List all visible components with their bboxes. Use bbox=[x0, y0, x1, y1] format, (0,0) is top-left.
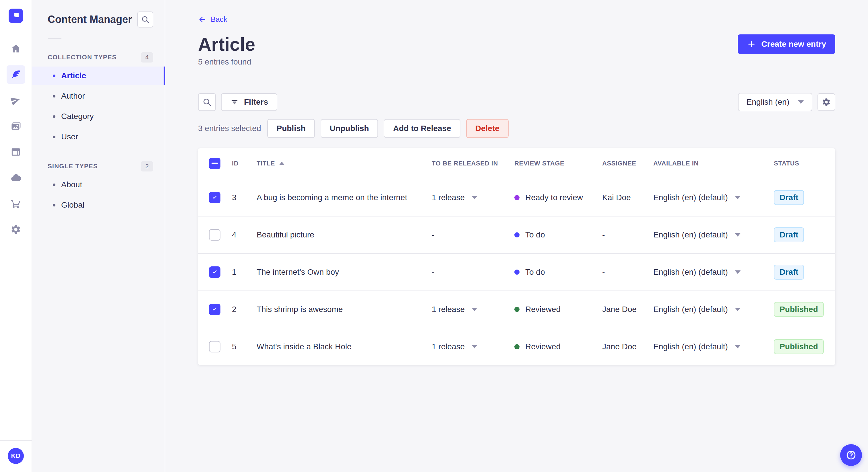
locale-chevron-icon[interactable] bbox=[735, 270, 741, 274]
entries-count: 5 entries found bbox=[198, 57, 255, 67]
locale-chevron-icon[interactable] bbox=[735, 196, 741, 199]
arrow-left-icon bbox=[198, 15, 207, 24]
locale-chevron-icon[interactable] bbox=[735, 345, 741, 348]
cell-assignee: Jane Doe bbox=[602, 305, 653, 314]
page-title: Article bbox=[198, 34, 255, 55]
review-stage-value: To do bbox=[525, 230, 545, 239]
cell-title: The internet's Own boy bbox=[257, 268, 432, 277]
release-value: - bbox=[432, 230, 434, 239]
cell-id: 3 bbox=[232, 193, 257, 202]
delete-button[interactable]: Delete bbox=[466, 119, 508, 138]
table-row[interactable]: 5 What's inside a Black Hole 1 release R… bbox=[198, 328, 835, 365]
cell-title: A bug is becoming a meme on the internet bbox=[257, 193, 432, 202]
gear-icon[interactable] bbox=[7, 220, 25, 239]
subnav-item[interactable]: Category bbox=[32, 107, 165, 126]
search-icon[interactable] bbox=[198, 93, 216, 111]
cell-release: 1 release bbox=[432, 193, 515, 202]
cell-release: 1 release bbox=[432, 342, 515, 351]
table-row[interactable]: 2 This shrimp is awesome 1 release Revie… bbox=[198, 291, 835, 328]
locale-select[interactable]: English (en) bbox=[738, 93, 812, 111]
subnav-title: Content Manager bbox=[48, 13, 132, 26]
subnav-item[interactable]: Article bbox=[32, 67, 165, 85]
cart-icon[interactable] bbox=[7, 194, 25, 213]
unpublish-button[interactable]: Unpublish bbox=[321, 119, 378, 138]
cell-available-in: English (en) (default) bbox=[653, 342, 774, 351]
row-checkbox[interactable] bbox=[209, 229, 220, 241]
entries-table: ID TITLE TO BE RELEASED IN REVIEW STAGE … bbox=[198, 148, 835, 365]
question-circle-icon bbox=[845, 449, 857, 461]
rail-divider bbox=[0, 440, 32, 441]
subnav-item[interactable]: Author bbox=[32, 87, 165, 105]
column-header-review-stage[interactable]: REVIEW STAGE bbox=[515, 160, 602, 167]
subnav-item[interactable]: Global bbox=[32, 196, 165, 214]
help-button[interactable] bbox=[840, 444, 862, 466]
bullet-icon bbox=[53, 183, 55, 186]
back-link[interactable]: Back bbox=[198, 15, 227, 24]
row-checkbox[interactable] bbox=[209, 266, 220, 278]
bullet-icon bbox=[53, 115, 55, 118]
table-row[interactable]: 1 The internet's Own boy - To do - Engli… bbox=[198, 253, 835, 291]
select-all-checkbox[interactable] bbox=[209, 158, 220, 169]
review-stage-value: Ready to review bbox=[525, 193, 583, 202]
cell-release: - bbox=[432, 230, 515, 239]
release-value: 1 release bbox=[432, 193, 465, 202]
check-icon bbox=[211, 306, 218, 313]
status-badge: Published bbox=[774, 302, 824, 317]
view-settings-gear-icon[interactable] bbox=[817, 93, 835, 111]
paper-plane-icon[interactable] bbox=[7, 91, 25, 109]
collection-types-count-badge: 4 bbox=[141, 52, 153, 63]
filters-button[interactable]: Filters bbox=[221, 93, 277, 111]
locale-chevron-icon[interactable] bbox=[735, 233, 741, 237]
images-icon[interactable] bbox=[7, 117, 25, 135]
cell-id: 2 bbox=[232, 305, 257, 314]
stage-dot-icon bbox=[515, 195, 520, 200]
bullet-icon bbox=[53, 95, 55, 98]
cell-title: What's inside a Black Hole bbox=[257, 342, 432, 351]
cell-available-in: English (en) (default) bbox=[653, 230, 774, 239]
sort-ascending-icon bbox=[279, 162, 285, 165]
release-chevron-icon[interactable] bbox=[472, 308, 477, 311]
subnav-item[interactable]: About bbox=[32, 175, 165, 194]
feather-icon[interactable] bbox=[7, 65, 25, 84]
release-value: 1 release bbox=[432, 342, 465, 351]
subnav-item[interactable]: User bbox=[32, 128, 165, 146]
status-badge: Draft bbox=[774, 265, 804, 279]
collection-types-list: Article Author Category User bbox=[32, 67, 165, 146]
column-header-title[interactable]: TITLE bbox=[257, 160, 432, 167]
search-icon[interactable] bbox=[137, 11, 153, 28]
cloud-icon[interactable] bbox=[7, 169, 25, 187]
table-row[interactable]: 3 A bug is becoming a meme on the intern… bbox=[198, 179, 835, 216]
column-header-status[interactable]: STATUS bbox=[774, 160, 825, 167]
column-header-available-in[interactable]: AVAILABLE IN bbox=[653, 160, 774, 167]
release-chevron-icon[interactable] bbox=[472, 196, 477, 199]
add-to-release-button[interactable]: Add to Release bbox=[384, 119, 460, 138]
avatar[interactable]: KD bbox=[8, 448, 24, 464]
home-icon[interactable] bbox=[7, 40, 25, 58]
status-badge: Draft bbox=[774, 190, 804, 205]
row-checkbox[interactable] bbox=[209, 304, 220, 315]
cell-available-in: English (en) (default) bbox=[653, 193, 774, 202]
row-checkbox[interactable] bbox=[209, 341, 220, 352]
cell-title: This shrimp is awesome bbox=[257, 305, 432, 314]
publish-button[interactable]: Publish bbox=[267, 119, 315, 138]
cell-release: - bbox=[432, 268, 515, 277]
table-row[interactable]: 4 Beautiful picture - To do - English (e… bbox=[198, 216, 835, 253]
main-nav-rail: KD bbox=[0, 0, 32, 472]
available-in-value: English (en) (default) bbox=[653, 193, 728, 202]
create-new-entry-button[interactable]: Create new entry bbox=[738, 34, 835, 54]
strapi-logo[interactable] bbox=[9, 9, 23, 23]
column-header-to-be-released-in[interactable]: TO BE RELEASED IN bbox=[432, 160, 515, 167]
rail-nav-icons bbox=[0, 40, 32, 239]
row-checkbox[interactable] bbox=[209, 192, 220, 203]
main-content: Back Article 5 entries found Create new … bbox=[165, 0, 868, 472]
filter-icon bbox=[230, 98, 239, 106]
back-label: Back bbox=[211, 15, 227, 24]
release-chevron-icon[interactable] bbox=[472, 345, 477, 348]
column-header-assignee[interactable]: ASSIGNEE bbox=[602, 160, 653, 167]
layout-icon[interactable] bbox=[7, 143, 25, 161]
cell-review-stage: Ready to review bbox=[515, 193, 602, 202]
cell-review-stage: To do bbox=[515, 268, 602, 277]
column-header-id[interactable]: ID bbox=[232, 160, 257, 167]
locale-chevron-icon[interactable] bbox=[735, 308, 741, 311]
available-in-value: English (en) (default) bbox=[653, 305, 728, 314]
